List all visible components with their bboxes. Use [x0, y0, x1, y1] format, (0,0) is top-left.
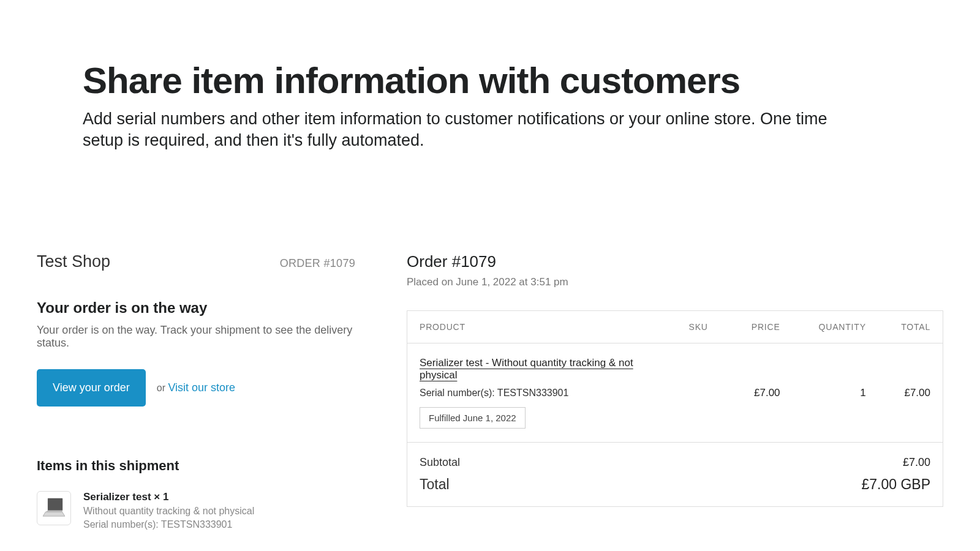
visit-store-link[interactable]: Visit our store	[168, 381, 235, 394]
summary-total-row: Total £7.00 GBP	[420, 469, 930, 506]
cell-sku	[677, 343, 729, 443]
shipment-item: Serializer test × 1 Without quantity tra…	[37, 491, 355, 530]
cell-total: £7.00	[878, 343, 943, 443]
col-quantity: QUANTITY	[793, 311, 878, 343]
product-serial: Serial number(s): TESTSN333901	[420, 388, 665, 399]
order-items-table: PRODUCT SKU PRICE QUANTITY TOTAL Seriali…	[407, 310, 943, 507]
view-order-button[interactable]: View your order	[37, 369, 146, 407]
page-title: Share item information with customers	[83, 61, 897, 100]
fulfilled-badge: Fulfilled June 1, 2022	[420, 407, 526, 429]
table-row: Serializer test - Without quantity track…	[407, 343, 943, 443]
page-header: Share item information with customers Ad…	[0, 0, 980, 151]
total-value: £7.00 GBP	[861, 476, 930, 493]
items-in-shipment-heading: Items in this shipment	[37, 458, 355, 474]
page-subtitle: Add serial numbers and other item inform…	[83, 108, 836, 151]
total-label: Total	[420, 476, 450, 493]
shipment-item-variant: Without quantity tracking & not physical	[83, 506, 254, 517]
status-heading: Your order is on the way	[37, 299, 355, 317]
cta-alternate: or Visit our store	[157, 381, 235, 394]
laptop-icon	[40, 493, 67, 523]
svg-marker-2	[45, 511, 62, 512]
order-detail-panel: Order #1079 Placed on June 1, 2022 at 3:…	[407, 252, 943, 530]
order-placed-date: Placed on June 1, 2022 at 3:51 pm	[407, 276, 943, 288]
product-thumbnail	[37, 491, 71, 525]
cell-qty: 1	[793, 343, 878, 443]
svg-marker-1	[48, 498, 62, 510]
col-price: PRICE	[729, 311, 793, 343]
col-total: TOTAL	[878, 311, 943, 343]
order-title: Order #1079	[407, 252, 943, 271]
email-preview-panel: Test Shop ORDER #1079 Your order is on t…	[37, 252, 355, 530]
subtotal-label: Subtotal	[420, 456, 460, 469]
order-number-small: ORDER #1079	[280, 257, 355, 270]
col-product: PRODUCT	[407, 311, 677, 343]
shop-name: Test Shop	[37, 252, 110, 271]
summary-subtotal-row: Subtotal £7.00	[420, 443, 930, 469]
subtotal-value: £7.00	[903, 456, 930, 469]
svg-marker-0	[43, 512, 65, 516]
shipment-item-serial: Serial number(s): TESTSN333901	[83, 519, 254, 530]
product-name-link[interactable]: Serializer test - Without quantity track…	[420, 357, 665, 381]
shipment-item-title: Serializer test × 1	[83, 491, 254, 503]
cell-price: £7.00	[729, 343, 793, 443]
status-body: Your order is on the way. Track your shi…	[37, 324, 355, 350]
cta-or-text: or	[157, 383, 168, 393]
col-sku: SKU	[677, 311, 729, 343]
